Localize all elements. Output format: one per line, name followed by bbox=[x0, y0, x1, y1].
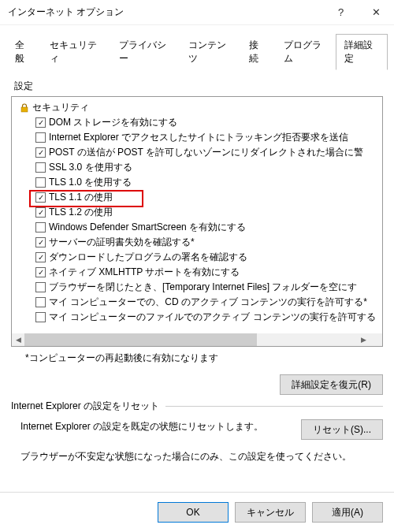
checkbox[interactable] bbox=[35, 282, 46, 292]
dialog-footer: OK キャンセル 適用(A) bbox=[0, 492, 394, 532]
ok-button[interactable]: OK bbox=[158, 502, 229, 523]
svg-rect-0 bbox=[21, 107, 28, 112]
checkbox[interactable] bbox=[35, 162, 46, 173]
lock-icon bbox=[20, 103, 29, 113]
tab-0[interactable]: 全般 bbox=[6, 34, 41, 70]
checkbox[interactable] bbox=[35, 222, 46, 233]
tab-4[interactable]: 接続 bbox=[240, 34, 275, 70]
tab-6[interactable]: 詳細設定 bbox=[336, 34, 388, 70]
dialog-window: インターネット オプション ? ✕ 全般セキュリティプライバシーコンテンツ接続プ… bbox=[0, 0, 394, 532]
tree-item-label: Internet Explorer でアクセスしたサイトにトラッキング拒否要求を… bbox=[49, 131, 348, 144]
checkbox[interactable] bbox=[35, 237, 46, 247]
tab-strip: 全般セキュリティプライバシーコンテンツ接続プログラム詳細設定 bbox=[0, 25, 394, 69]
tab-1[interactable]: セキュリティ bbox=[41, 34, 110, 70]
tree-item-label: Windows Defender SmartScreen を有効にする bbox=[49, 221, 246, 234]
reset-warning: ブラウザーが不安定な状態になった場合にのみ、この設定を使ってください。 bbox=[11, 446, 383, 463]
titlebar: インターネット オプション ? ✕ bbox=[0, 0, 394, 25]
help-button[interactable]: ? bbox=[323, 0, 359, 24]
tree-item[interactable]: TLS 1.2 の使用 bbox=[17, 205, 382, 220]
tree-item-label: マイ コンピューターのファイルでのアクティブ コンテンツの実行を許可する bbox=[49, 311, 376, 324]
checkbox[interactable] bbox=[35, 117, 46, 128]
window-controls: ? ✕ bbox=[323, 0, 394, 24]
horizontal-scrollbar[interactable]: ◀ ▶ bbox=[12, 333, 370, 346]
tab-3[interactable]: コンテンツ bbox=[180, 34, 240, 70]
checkbox[interactable] bbox=[35, 177, 46, 188]
tree-item[interactable]: サーバーの証明書失効を確認する* bbox=[17, 235, 382, 250]
tree-item-label: ブラウザーを閉じたとき、[Temporary Internet Files] フ… bbox=[49, 281, 357, 294]
tree-item[interactable]: Internet Explorer でアクセスしたサイトにトラッキング拒否要求を… bbox=[17, 130, 382, 145]
scroll-track[interactable] bbox=[24, 333, 357, 346]
tree-item-label: ネイティブ XMLHTTP サポートを有効にする bbox=[49, 266, 240, 279]
reset-group: Internet Explorer の設定をリセット Internet Expl… bbox=[11, 406, 383, 463]
tree-item[interactable]: マイ コンピューターのファイルでのアクティブ コンテンツの実行を許可する bbox=[17, 310, 382, 325]
tree-category-label: セキュリティ bbox=[32, 101, 89, 114]
tree-item[interactable]: マイ コンピューターでの、CD のアクティブ コンテンツの実行を許可する* bbox=[17, 295, 382, 310]
tree-item-label: マイ コンピューターでの、CD のアクティブ コンテンツの実行を許可する* bbox=[49, 296, 367, 309]
scroll-left-arrow[interactable]: ◀ bbox=[12, 333, 24, 346]
apply-button[interactable]: 適用(A) bbox=[312, 502, 383, 523]
tree-item[interactable]: DOM ストレージを有効にする bbox=[17, 115, 382, 130]
tree-item-label: TLS 1.0 を使用する bbox=[49, 176, 132, 189]
window-title: インターネット オプション bbox=[8, 6, 124, 19]
restore-defaults-button[interactable]: 詳細設定を復元(R) bbox=[280, 374, 383, 395]
tree-item[interactable]: ネイティブ XMLHTTP サポートを有効にする bbox=[17, 265, 382, 280]
reset-button[interactable]: リセット(S)... bbox=[301, 419, 383, 440]
close-button[interactable]: ✕ bbox=[359, 0, 394, 24]
tree-item-label: サーバーの証明書失効を確認する* bbox=[49, 236, 195, 249]
tree-item[interactable]: ダウンロードしたプログラムの署名を確認する bbox=[17, 250, 382, 265]
tree-item-label: POST の送信が POST を許可しないゾーンにリダイレクトされた場合に警 bbox=[49, 146, 363, 159]
checkbox[interactable] bbox=[35, 312, 46, 322]
reset-description: Internet Explorer の設定を既定の状態にリセットします。 bbox=[20, 419, 293, 433]
tree-item-label: TLS 1.1 の使用 bbox=[49, 191, 113, 204]
tree-item-label: DOM ストレージを有効にする bbox=[49, 116, 177, 129]
tree-item[interactable]: ブラウザーを閉じたとき、[Temporary Internet Files] フ… bbox=[17, 280, 382, 295]
tab-2[interactable]: プライバシー bbox=[110, 34, 180, 70]
checkbox[interactable] bbox=[35, 252, 46, 262]
scroll-right-arrow[interactable]: ▶ bbox=[357, 333, 370, 346]
settings-tree[interactable]: セキュリティDOM ストレージを有効にするInternet Explorer で… bbox=[11, 96, 383, 347]
checkbox[interactable] bbox=[35, 297, 46, 307]
cancel-button[interactable]: キャンセル bbox=[235, 502, 306, 523]
tree-item[interactable]: POST の送信が POST を許可しないゾーンにリダイレクトされた場合に警 bbox=[17, 145, 382, 160]
checkbox[interactable] bbox=[35, 207, 46, 218]
reset-legend: Internet Explorer の設定をリセット bbox=[11, 400, 165, 413]
settings-label: 設定 bbox=[14, 80, 383, 93]
tree-item[interactable]: SSL 3.0 を使用する bbox=[17, 160, 382, 175]
tree-inner: セキュリティDOM ストレージを有効にするInternet Explorer で… bbox=[12, 97, 382, 325]
tab-5[interactable]: プログラム bbox=[275, 34, 336, 70]
tree-item-label: SSL 3.0 を使用する bbox=[49, 161, 132, 174]
scroll-corner bbox=[370, 333, 382, 346]
checkbox[interactable] bbox=[35, 147, 46, 158]
checkbox[interactable] bbox=[35, 192, 46, 203]
scroll-thumb[interactable] bbox=[24, 333, 257, 346]
tree-category[interactable]: セキュリティ bbox=[17, 100, 382, 115]
tree-item[interactable]: TLS 1.1 の使用 bbox=[17, 190, 382, 205]
tree-item-label: TLS 1.2 の使用 bbox=[49, 206, 113, 219]
tree-item[interactable]: TLS 1.0 を使用する bbox=[17, 175, 382, 190]
tab-content: 設定 セキュリティDOM ストレージを有効にするInternet Explore… bbox=[0, 70, 394, 492]
tree-item-label: ダウンロードしたプログラムの署名を確認する bbox=[49, 251, 247, 264]
restart-note: *コンピューターの再起動後に有効になります bbox=[25, 352, 383, 365]
tree-item[interactable]: Windows Defender SmartScreen を有効にする bbox=[17, 220, 382, 235]
checkbox[interactable] bbox=[35, 267, 46, 277]
checkbox[interactable] bbox=[35, 132, 46, 143]
